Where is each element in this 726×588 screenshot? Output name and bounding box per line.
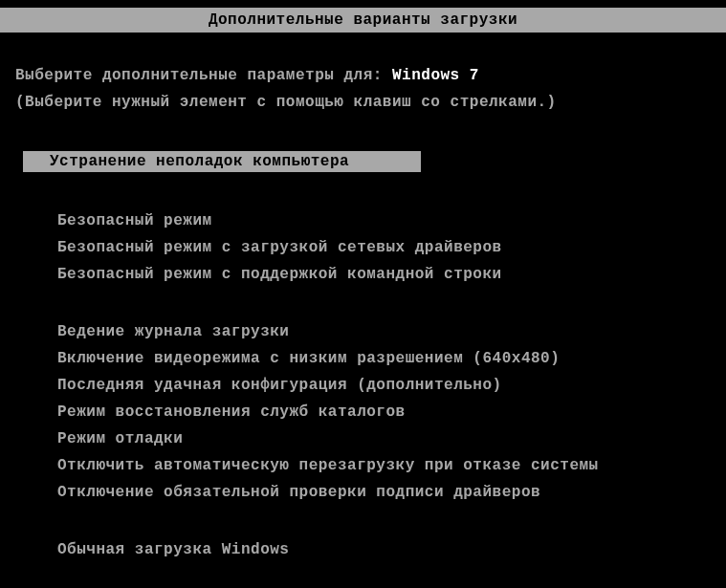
title-bar: Дополнительные варианты загрузки [0, 8, 726, 33]
instruction-text: (Выберите нужный элемент с помощью клави… [15, 94, 711, 111]
menu-item-repair-computer[interactable]: Устранение неполадок компьютера [23, 151, 421, 172]
menu-item-safemode[interactable]: Безопасный режим [57, 212, 711, 229]
menu-item-safemode-networking[interactable]: Безопасный режим с загрузкой сетевых дра… [57, 239, 711, 256]
menu-item-ds-restore[interactable]: Режим восстановления служб каталогов [57, 403, 711, 421]
menu-item-disable-auto-restart[interactable]: Отключить автоматическую перезагрузку пр… [57, 457, 711, 474]
menu-item-low-res-video[interactable]: Включение видеорежима с низким разрешени… [57, 350, 711, 367]
boot-menu-content: Выберите дополнительные параметры для: W… [0, 67, 726, 558]
menu-group-safemode: Безопасный режим Безопасный режим с загр… [57, 212, 711, 283]
menu-group-advanced: Ведение журнала загрузки Включение видео… [57, 323, 711, 501]
menu-item-debug-mode[interactable]: Режим отладки [57, 430, 711, 447]
page-title: Дополнительные варианты загрузки [209, 11, 517, 29]
menu-item-disable-driver-sig[interactable]: Отключение обязательной проверки подписи… [57, 484, 711, 501]
menu-item-safemode-cmd[interactable]: Безопасный режим с поддержкой командной … [57, 266, 711, 283]
os-name: Windows 7 [392, 67, 479, 84]
menu-item-boot-logging[interactable]: Ведение журнала загрузки [57, 323, 711, 340]
menu-item-last-known-good[interactable]: Последняя удачная конфигурация (дополнит… [57, 377, 711, 394]
menu-item-start-normally[interactable]: Обычная загрузка Windows [57, 541, 711, 558]
menu-group-normal: Обычная загрузка Windows [57, 541, 711, 558]
prompt-prefix: Выберите дополнительные параметры для: [15, 67, 392, 84]
prompt-line: Выберите дополнительные параметры для: W… [15, 67, 711, 84]
